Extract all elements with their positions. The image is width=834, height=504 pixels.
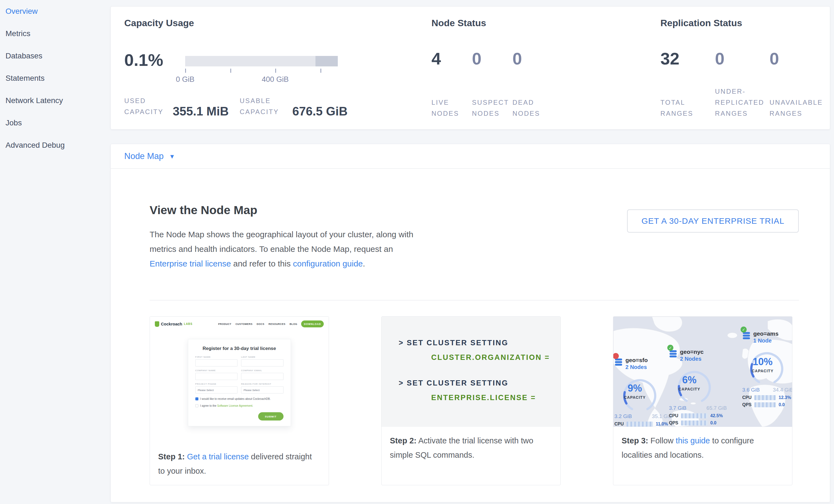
live-nodes-metric: 4 LIVE NODES <box>432 50 472 119</box>
step1-card: Cockroach LABS PRODUCT CUSTOMERS DOCS RE… <box>150 316 329 485</box>
capacity-percent: 9% <box>614 382 655 394</box>
this-guide-link[interactable]: this guide <box>676 436 710 445</box>
node-map-thumbnail: geo=sfo 2 Nodes 9% CAPACITY 3.2 GiB 35.1… <box>613 316 792 427</box>
used-capacity: 3.7 GiB <box>669 405 686 411</box>
check-icon: ✓ <box>741 327 747 333</box>
nav-item: RESOURCES <box>268 323 285 325</box>
capacity-label: CAPACITY <box>742 369 783 373</box>
cockroach-labs-logo-icon <box>155 321 159 327</box>
checkbox-label: I agree to the Software License Agreemen… <box>200 404 253 407</box>
capacity-bar: 0 GiB 400 GiB <box>185 56 338 66</box>
mini-site-nav: PRODUCT CUSTOMERS DOCS RESOURCES BLOG <box>218 323 297 325</box>
view-selector-bar: Node Map ▾ <box>110 144 830 169</box>
submit-button: SUBMIT <box>258 412 284 420</box>
form-field: COMPANY NAME <box>195 369 238 380</box>
node-count: 2 Nodes <box>680 356 704 362</box>
dead-nodes-label: DEAD NODES <box>512 97 553 119</box>
sql-prompt: > SET CLUSTER SETTING <box>399 339 561 347</box>
qps-value: 0.0 <box>778 402 785 407</box>
capacity-bar-track <box>185 56 338 66</box>
node-status-section: Node Status 4 LIVE NODES 0 SUSPECT NODES… <box>432 7 646 129</box>
database-icon <box>614 358 623 367</box>
sidebar-item-statements[interactable]: Statements <box>0 67 110 89</box>
form-field: PROJECT PHASE Please Select <box>195 383 238 394</box>
intro-paragraph: The Node Map shows the geographical layo… <box>150 227 421 271</box>
suspect-nodes-value: 0 <box>472 50 512 67</box>
qps-value: 0.0 <box>710 420 716 425</box>
node-map-dropdown-label: Node Map <box>124 151 164 161</box>
total-ranges-metric: 32 TOTAL RANGES <box>660 50 715 119</box>
axis-tick-label: 0 GiB <box>176 75 195 84</box>
map-node-nyc: ✓ geo=nyc 2 Nodes 6% CAPACITY <box>669 345 729 425</box>
live-nodes-value: 4 <box>432 50 472 67</box>
node-map-dropdown[interactable]: Node Map ▾ <box>124 144 174 168</box>
steps-row: Cockroach LABS PRODUCT CUSTOMERS DOCS RE… <box>150 316 792 485</box>
form-field: REASON FOR INTEREST Please Select <box>241 383 284 394</box>
axis-tick <box>275 69 276 73</box>
company-name-input <box>195 373 238 380</box>
cpu-value: 11.0% <box>656 422 668 426</box>
project-phase-select: Please Select <box>195 386 238 394</box>
step2-card: > SET CLUSTER SETTING CLUSTER.ORGANIZATI… <box>381 316 561 485</box>
capacity-gauge: 9% CAPACITY <box>614 372 655 413</box>
capacity-percent: 6% <box>669 374 710 386</box>
node-map-promo-panel: View the Node Map The Node Map shows the… <box>110 169 830 502</box>
intro-text: and refer to this <box>231 259 293 268</box>
cockroach-labs-logo: Cockroach LABS <box>155 321 193 327</box>
step3-caption: Step 3: Follow this guide to configure l… <box>613 427 792 462</box>
enterprise-trial-license-link[interactable]: Enterprise trial license <box>150 259 231 268</box>
sidebar-item-databases[interactable]: Databases <box>0 45 110 67</box>
intro-text: The Node Map shows the geographical layo… <box>150 230 413 254</box>
database-icon <box>742 332 750 341</box>
dead-nodes-metric: 0 DEAD NODES <box>512 50 553 119</box>
sidebar-item-metrics[interactable]: Metrics <box>0 22 110 45</box>
dead-nodes-value: 0 <box>512 50 553 67</box>
logo-text: Cockroach <box>161 322 182 326</box>
field-label: LAST NAME <box>241 356 284 358</box>
qps-sparkline <box>681 420 707 425</box>
form-field: FIRST NAME <box>195 356 238 367</box>
map-node-sfo: geo=sfo 2 Nodes 9% CAPACITY 3.2 GiB 35.1… <box>614 353 675 427</box>
reason-select: Please Select <box>241 386 284 394</box>
sidebar-item-network-latency[interactable]: Network Latency <box>0 89 110 112</box>
nav-item: DOCS <box>257 323 264 325</box>
sidebar-item-jobs[interactable]: Jobs <box>0 112 110 134</box>
sidebar: Overview Metrics Databases Statements Ne… <box>0 0 110 504</box>
axis-tick <box>185 69 186 73</box>
under-replicated-metric: 0 UNDER-REPLICATED RANGES <box>715 50 770 119</box>
checkbox-icon <box>195 404 198 407</box>
chevron-down-icon: ▾ <box>170 152 174 161</box>
step-number: Step 1: <box>158 452 185 461</box>
mini-site-header: Cockroach LABS PRODUCT CUSTOMERS DOCS RE… <box>150 316 329 327</box>
configuration-guide-link[interactable]: configuration guide <box>293 259 363 268</box>
select-placeholder: Please Select <box>244 389 260 392</box>
sidebar-item-overview[interactable]: Overview <box>0 0 110 22</box>
capacity-details: USED CAPACITY 355.1 MiB USABLE CAPACITY … <box>124 95 359 117</box>
registration-site-thumbnail: Cockroach LABS PRODUCT CUSTOMERS DOCS RE… <box>150 316 329 443</box>
step2-caption: Step 2: Activate the trial license with … <box>381 427 561 462</box>
capacity-percent: 10% <box>742 356 783 368</box>
nav-item: BLOG <box>290 323 297 325</box>
get-trial-button[interactable]: GET A 30-DAY ENTERPRISE TRIAL <box>627 210 799 233</box>
replication-status-title: Replication Status <box>660 18 742 28</box>
under-replicated-label: UNDER-REPLICATED RANGES <box>715 86 770 119</box>
used-capacity: 3.2 GiB <box>614 413 632 419</box>
capacity-gauge: 6% CAPACITY <box>669 364 710 404</box>
checkbox-checked-icon <box>195 397 198 400</box>
qps-sparkline <box>754 402 776 407</box>
step-number: Step 2: <box>390 436 417 445</box>
cpu-sparkline <box>754 395 776 400</box>
field-label: REASON FOR INTEREST <box>241 383 284 385</box>
node-count: 1 Node <box>753 337 778 344</box>
nav-item: PRODUCT <box>218 323 232 325</box>
sidebar-item-advanced-debug[interactable]: Advanced Debug <box>0 134 110 156</box>
last-name-input <box>241 359 284 367</box>
get-trial-license-link[interactable]: Get a trial license <box>187 452 249 461</box>
database-icon <box>669 350 677 359</box>
cluster-summary-panel: Capacity Usage 0.1% 0 GiB 400 GiB USED C… <box>110 6 830 130</box>
axis-tick-label: 400 GiB <box>262 75 289 84</box>
download-button: DOWNLOAD <box>301 321 324 327</box>
suspect-nodes-metric: 0 SUSPECT NODES <box>472 50 512 119</box>
select-placeholder: Please Select <box>198 389 214 392</box>
capacity-label: CAPACITY <box>614 395 655 399</box>
